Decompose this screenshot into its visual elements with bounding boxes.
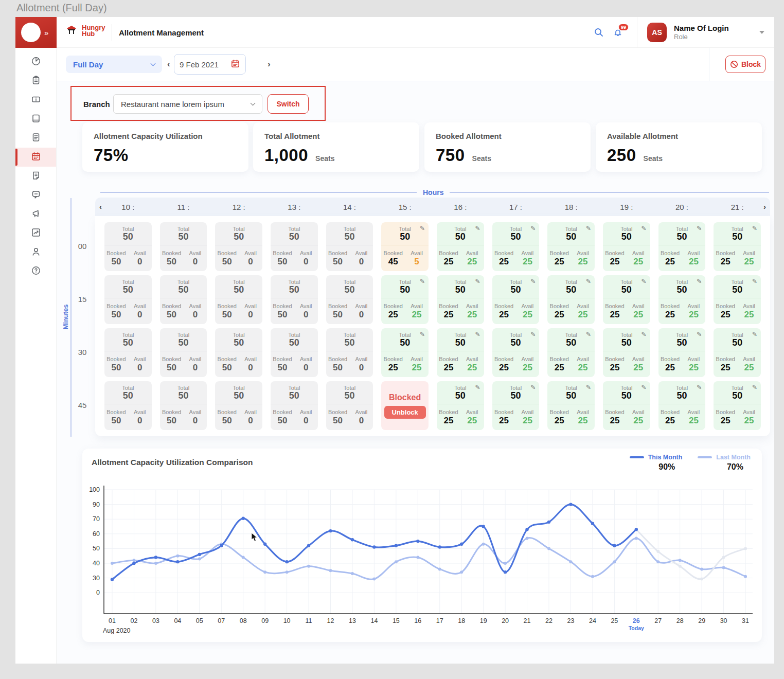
edit-pencil-icon[interactable]: ✎ xyxy=(530,331,536,338)
calendar-red-icon xyxy=(230,59,240,70)
sidebar-collapse-header[interactable]: » xyxy=(15,17,57,48)
hours-next-button[interactable]: › xyxy=(763,202,766,211)
brand-name: HungryHub xyxy=(82,25,105,37)
total-label: Total xyxy=(676,385,688,391)
booked-label: Booked xyxy=(494,250,513,256)
sidebar-item-megaphone[interactable] xyxy=(15,205,56,224)
total-label: Total xyxy=(177,226,189,232)
allotment-cell-open: ✎Total50Booked25Avail25 xyxy=(547,222,595,271)
block-button[interactable]: Block xyxy=(725,56,765,73)
total-label: Total xyxy=(399,226,411,232)
edit-pencil-icon[interactable]: ✎ xyxy=(586,278,591,285)
edit-pencil-icon[interactable]: ✎ xyxy=(752,225,757,232)
stat-value: 75% xyxy=(94,146,129,165)
day-filter-select[interactable]: Full Day xyxy=(66,56,162,73)
total-label: Total xyxy=(233,226,245,232)
total-label: Total xyxy=(288,226,300,232)
user-menu-caret-icon[interactable] xyxy=(759,31,764,34)
edit-pencil-icon[interactable]: ✎ xyxy=(530,384,536,391)
sidebar-item-book[interactable] xyxy=(15,110,56,129)
sidebar-item-ticket[interactable] xyxy=(15,91,56,110)
total-value: 50 xyxy=(510,285,521,295)
sidebar-item-receipt[interactable] xyxy=(15,167,56,186)
sidebar-item-user[interactable] xyxy=(15,243,56,262)
total-value: 50 xyxy=(289,285,299,295)
edit-pencil-icon[interactable]: ✎ xyxy=(586,225,591,232)
svg-text:30: 30 xyxy=(720,617,727,624)
edit-pencil-icon[interactable]: ✎ xyxy=(420,331,425,338)
sidebar-item-calendar[interactable] xyxy=(15,148,56,167)
edit-pencil-icon[interactable]: ✎ xyxy=(420,278,425,285)
avail-label: Avail xyxy=(688,409,700,415)
total-label: Total xyxy=(620,385,632,391)
date-next-button[interactable]: › xyxy=(268,59,271,69)
svg-text:31: 31 xyxy=(742,617,749,624)
avail-value: 25 xyxy=(744,310,754,320)
edit-pencil-icon[interactable]: ✎ xyxy=(697,225,702,232)
booked-label: Booked xyxy=(106,250,126,256)
edit-pencil-icon[interactable]: ✎ xyxy=(420,225,425,232)
unblock-button[interactable]: Unblock xyxy=(384,406,426,419)
edit-pencil-icon[interactable]: ✎ xyxy=(642,384,647,391)
edit-pencil-icon[interactable]: ✎ xyxy=(530,225,536,232)
total-label: Total xyxy=(233,385,245,391)
hour-column-label: 12 : xyxy=(215,198,262,216)
edit-pencil-icon[interactable]: ✎ xyxy=(586,331,591,338)
hungryhub-logo: HungryHub xyxy=(65,23,105,39)
booked-value: 25 xyxy=(555,257,564,267)
booked-value: 50 xyxy=(333,257,343,267)
sidebar-item-line-chart[interactable] xyxy=(15,224,56,243)
branch-select[interactable]: Restaurant name lorem ipsum xyxy=(113,94,262,114)
search-icon[interactable] xyxy=(593,27,604,40)
edit-pencil-icon[interactable]: ✎ xyxy=(642,278,647,285)
booked-value: 25 xyxy=(721,310,730,320)
sidebar-item-clipboard[interactable] xyxy=(15,72,56,91)
edit-pencil-icon[interactable]: ✎ xyxy=(475,331,480,338)
avail-value: 0 xyxy=(137,257,142,267)
sidebar-item-chat[interactable] xyxy=(15,186,56,205)
avail-label: Avail xyxy=(577,303,589,309)
chart-title: Allotment Capacity Utilization Compariso… xyxy=(92,458,253,467)
edit-pencil-icon[interactable]: ✎ xyxy=(530,278,536,285)
edit-pencil-icon[interactable]: ✎ xyxy=(752,331,757,338)
edit-pencil-icon[interactable]: ✎ xyxy=(642,225,647,232)
avail-value: 25 xyxy=(467,416,477,426)
hour-column-label: 19 : xyxy=(603,198,650,216)
booked-value: 25 xyxy=(388,310,398,320)
total-value: 50 xyxy=(621,338,632,348)
sidebar-item-pie-chart[interactable] xyxy=(15,52,56,72)
avail-label: Avail xyxy=(411,303,423,309)
hungryhub-table-icon xyxy=(65,23,78,39)
avail-label: Avail xyxy=(134,250,146,256)
sidebar-item-document[interactable] xyxy=(15,129,56,148)
sidebar-item-help[interactable] xyxy=(15,262,56,281)
edit-pencil-icon[interactable]: ✎ xyxy=(475,384,480,391)
avail-label: Avail xyxy=(466,250,478,256)
switch-branch-button[interactable]: Switch xyxy=(268,94,309,114)
edit-pencil-icon[interactable]: ✎ xyxy=(642,331,647,338)
booked-label: Booked xyxy=(661,409,680,415)
date-picker-input[interactable]: 9 Feb 2021 xyxy=(174,54,246,75)
edit-pencil-icon[interactable]: ✎ xyxy=(752,278,757,285)
allotment-cell-open: ✎Total50Booked25Avail25 xyxy=(492,222,540,271)
hours-prev-button[interactable]: ‹ xyxy=(99,202,102,211)
edit-pencil-icon[interactable]: ✎ xyxy=(697,384,702,391)
page-title: Allotment Management xyxy=(119,28,204,37)
booked-label: Booked xyxy=(384,356,403,362)
total-value: 50 xyxy=(566,391,576,401)
edit-pencil-icon[interactable]: ✎ xyxy=(475,225,480,232)
booked-label: Booked xyxy=(716,303,735,309)
edit-pencil-icon[interactable]: ✎ xyxy=(697,331,702,338)
allotment-cell-open: ✎Total50Booked25Avail25 xyxy=(492,275,540,324)
notification-count-badge: 99 xyxy=(618,24,629,31)
avatar[interactable]: AS xyxy=(647,23,667,42)
date-prev-button[interactable]: ‹ xyxy=(167,59,170,69)
edit-pencil-icon[interactable]: ✎ xyxy=(697,278,702,285)
total-label: Total xyxy=(565,332,577,338)
hour-column-label: 18 : xyxy=(547,198,595,216)
edit-pencil-icon[interactable]: ✎ xyxy=(752,384,757,391)
edit-pencil-icon[interactable]: ✎ xyxy=(475,278,480,285)
avail-label: Avail xyxy=(300,409,312,415)
edit-pencil-icon[interactable]: ✎ xyxy=(586,384,591,391)
booked-value: 25 xyxy=(555,416,564,426)
